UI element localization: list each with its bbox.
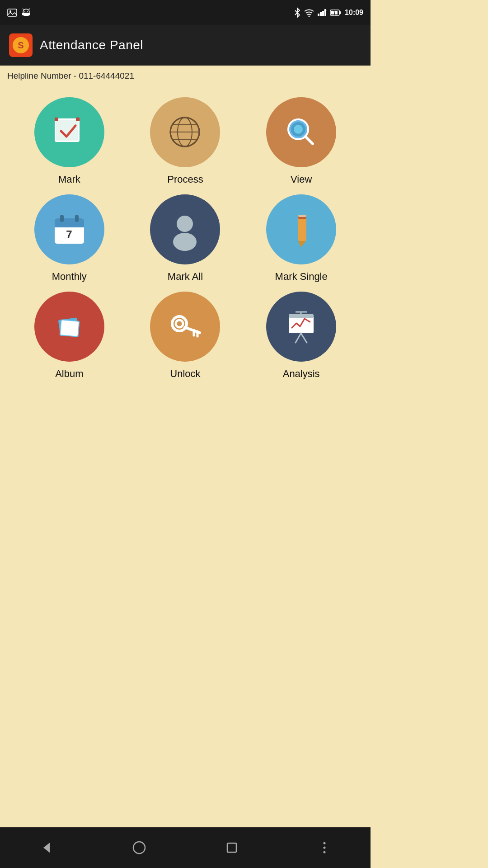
recent-button[interactable]: [218, 834, 245, 861]
svg-text:S: S: [18, 40, 23, 50]
unlock-icon-circle: [150, 292, 220, 362]
mark-single-icon-circle: [266, 194, 336, 264]
status-left-icons: [7, 8, 31, 17]
svg-rect-24: [56, 120, 78, 141]
app-logo: S: [9, 33, 33, 57]
album-icon-circle: [34, 292, 104, 362]
bluetooth-icon: [294, 8, 300, 17]
analysis-icon-circle: [266, 292, 336, 362]
analysis-button[interactable]: Analysis: [245, 292, 357, 380]
monthly-label: Monthly: [52, 271, 87, 283]
svg-rect-7: [23, 13, 29, 16]
analysis-label: Analysis: [283, 368, 320, 380]
monthly-icon-circle: 7: [34, 194, 104, 264]
search-icon: [282, 113, 320, 151]
app-title: Attendance Panel: [40, 38, 143, 52]
svg-marker-46: [298, 241, 306, 247]
svg-point-67: [323, 847, 325, 849]
svg-rect-26: [76, 118, 80, 121]
image-icon: [7, 9, 17, 17]
unlock-button[interactable]: Unlock: [130, 292, 241, 380]
svg-line-59: [301, 333, 307, 343]
unlock-label: Unlock: [170, 368, 200, 380]
mark-single-label: Mark Single: [275, 271, 328, 283]
android-icon: [22, 8, 31, 17]
more-button[interactable]: [311, 834, 338, 861]
svg-rect-48: [298, 215, 306, 217]
svg-line-3: [23, 9, 23, 9]
status-right-icons: R 10:09: [294, 8, 363, 17]
key-icon: [166, 307, 204, 346]
process-button[interactable]: Process: [130, 97, 241, 185]
svg-line-19: [334, 10, 335, 15]
svg-point-52: [172, 316, 187, 331]
photos-icon: [50, 307, 89, 346]
process-label: Process: [167, 174, 203, 185]
pencil-icon: [282, 210, 320, 249]
mark-all-button[interactable]: Mark All: [130, 194, 241, 283]
app-bar: S Attendance Panel: [0, 25, 371, 66]
chart-icon: [282, 307, 320, 346]
album-label: Album: [55, 368, 83, 380]
svg-line-58: [296, 333, 301, 343]
mark-icon-circle: [34, 97, 104, 167]
helpline-text: Helpline Number - 011-64444021: [0, 66, 371, 84]
mark-button[interactable]: Mark: [14, 97, 125, 185]
view-icon-circle: [266, 97, 336, 167]
svg-rect-25: [55, 118, 58, 121]
album-button[interactable]: Album: [14, 292, 125, 380]
battery-icon: [330, 9, 341, 16]
svg-text:R: R: [324, 9, 327, 13]
svg-marker-63: [43, 843, 50, 853]
svg-point-44: [173, 233, 197, 251]
svg-point-35: [294, 125, 303, 134]
status-bar: R 10:09: [0, 0, 371, 25]
time-display: 10:09: [345, 9, 363, 17]
svg-line-36: [305, 137, 313, 144]
svg-point-64: [133, 842, 145, 854]
person-icon: [166, 210, 204, 249]
process-icon-circle: [150, 97, 220, 167]
mark-all-icon-circle: [150, 194, 220, 264]
svg-line-4: [29, 9, 30, 9]
svg-rect-40: [60, 215, 64, 222]
svg-rect-51: [61, 320, 79, 336]
svg-point-6: [27, 11, 28, 12]
calendar-icon: 7: [50, 210, 89, 249]
svg-rect-41: [75, 215, 79, 222]
svg-rect-65: [227, 843, 236, 852]
svg-point-5: [24, 11, 25, 12]
svg-rect-17: [339, 11, 341, 14]
svg-point-10: [309, 15, 310, 17]
svg-text:7: 7: [66, 228, 72, 241]
main-grid: Mark Process View: [0, 84, 371, 827]
svg-point-53: [176, 320, 183, 327]
nav-bar: [0, 827, 371, 868]
view-button[interactable]: View: [245, 97, 357, 185]
mark-single-button[interactable]: Mark Single: [245, 194, 357, 283]
checkbox-icon: [50, 113, 89, 151]
svg-rect-0: [8, 9, 17, 16]
svg-rect-11: [318, 14, 319, 16]
mark-all-label: Mark All: [168, 271, 203, 283]
globe-icon: [166, 113, 204, 151]
svg-rect-9: [29, 13, 30, 15]
svg-point-66: [323, 842, 325, 844]
svg-point-43: [177, 216, 193, 232]
svg-rect-39: [55, 224, 84, 227]
home-button[interactable]: [126, 834, 153, 861]
wifi-icon: [304, 9, 314, 16]
view-label: View: [291, 174, 312, 185]
svg-rect-8: [22, 13, 23, 15]
back-button[interactable]: [33, 834, 60, 861]
monthly-button[interactable]: 7 Monthly: [14, 194, 125, 283]
svg-rect-12: [320, 12, 322, 16]
signal-icon: R: [318, 9, 327, 16]
svg-point-68: [323, 851, 325, 854]
mark-label: Mark: [58, 174, 80, 185]
